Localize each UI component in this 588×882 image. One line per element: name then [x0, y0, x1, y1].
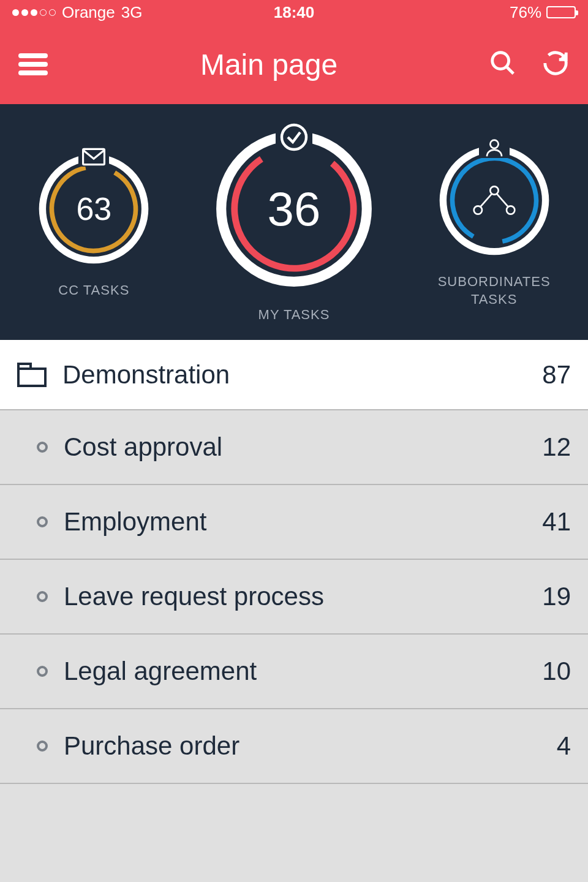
process-list: Cost approval 12 Employment 41 Leave req… — [0, 410, 588, 784]
svg-line-14 — [480, 194, 492, 206]
folder-icon — [17, 363, 47, 387]
svg-point-12 — [473, 206, 481, 214]
list-item-label: Legal agreement — [64, 657, 542, 686]
list-item-leave-request[interactable]: Leave request process 19 — [0, 560, 588, 635]
list-item-count: 4 — [557, 731, 571, 761]
status-right: 76% — [388, 3, 576, 22]
list-item-label: Employment — [64, 507, 542, 537]
list-item-count: 12 — [542, 432, 571, 462]
list-item-employment[interactable]: Employment 41 — [0, 485, 588, 560]
list-item-label: Leave request process — [64, 582, 542, 611]
svg-point-0 — [492, 53, 509, 69]
status-bar: Orange 3G 18:40 76% — [0, 0, 588, 24]
list-item-legal-agreement[interactable]: Legal agreement 10 — [0, 635, 588, 709]
page-title: Main page — [49, 48, 489, 81]
status-left: Orange 3G — [12, 3, 200, 22]
subordinates-widget[interactable]: SUBORDINATES TASKS — [436, 142, 552, 308]
bullet-icon — [37, 741, 48, 752]
svg-line-15 — [497, 194, 508, 206]
cc-tasks-value: 63 — [36, 151, 152, 267]
my-tasks-value: 36 — [211, 126, 377, 292]
menu-button[interactable] — [18, 50, 49, 79]
search-button[interactable] — [489, 49, 517, 80]
svg-point-13 — [507, 206, 514, 214]
folder-label: Demonstration — [62, 360, 542, 390]
svg-line-1 — [507, 67, 514, 74]
cc-tasks-label: CC TASKS — [58, 282, 129, 300]
cc-tasks-widget[interactable]: 63 CC TASKS — [36, 151, 152, 300]
list-item-cost-approval[interactable]: Cost approval 12 — [0, 410, 588, 485]
status-time: 18:40 — [200, 3, 388, 22]
refresh-button[interactable] — [541, 49, 570, 80]
my-tasks-widget[interactable]: 36 MY TASKS — [211, 126, 377, 324]
my-tasks-label: MY TASKS — [258, 306, 330, 324]
network-label: 3G — [121, 3, 143, 22]
dashboard: 63 CC TASKS 36 MY TASKS — [0, 104, 588, 340]
list-item-label: Cost approval — [64, 432, 542, 462]
folder-count: 87 — [542, 360, 571, 390]
app-header: Main page — [0, 24, 588, 104]
svg-point-11 — [490, 186, 498, 194]
list-item-count: 10 — [542, 657, 571, 686]
svg-rect-16 — [18, 369, 45, 386]
bullet-icon — [37, 442, 48, 453]
bullet-icon — [37, 591, 48, 602]
folder-row-demonstration[interactable]: Demonstration 87 — [0, 340, 588, 410]
bullet-icon — [37, 666, 48, 677]
list-item-count: 19 — [542, 582, 571, 611]
list-item-label: Purchase order — [64, 731, 557, 761]
signal-dots — [12, 9, 56, 16]
list-item-purchase-order[interactable]: Purchase order 4 — [0, 709, 588, 784]
svg-rect-17 — [18, 364, 31, 369]
battery-icon — [546, 6, 576, 18]
carrier-label: Orange — [62, 3, 115, 22]
battery-label: 76% — [510, 3, 541, 22]
tree-icon — [436, 142, 552, 258]
bullet-icon — [37, 516, 48, 527]
list-item-count: 41 — [542, 507, 571, 537]
subordinates-label: SUBORDINATES TASKS — [438, 273, 551, 308]
